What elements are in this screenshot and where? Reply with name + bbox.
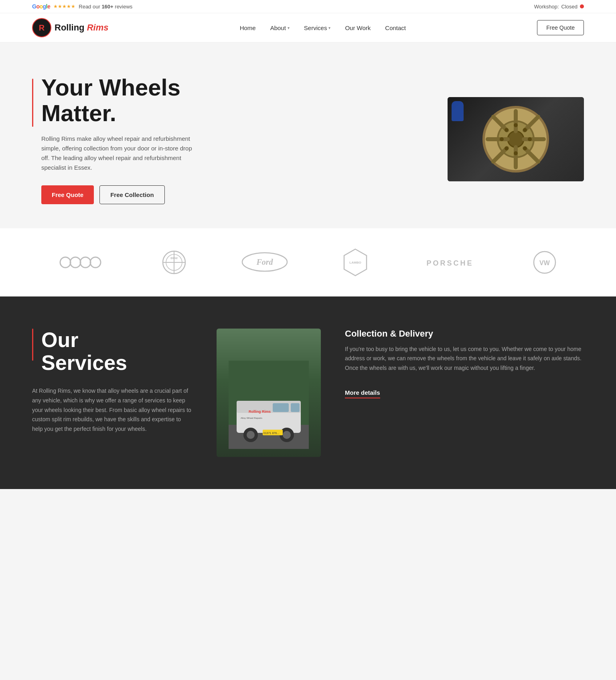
logo-icon: R <box>32 18 51 37</box>
svg-rect-39 <box>273 403 289 412</box>
workshop-status: Workshop: Closed <box>534 4 584 10</box>
hero-section: Your Wheels Matter. Rolling Rims make al… <box>0 43 616 228</box>
brand-bmw: BMW <box>162 250 186 274</box>
services-van-image: Rolling Rims Alloy Wheel Repairs 01371 8… <box>217 329 321 457</box>
nav-free-quote-button[interactable]: Free Quote <box>537 20 584 35</box>
collection-title: Collection & Delivery <box>345 329 584 339</box>
services-right: Collection & Delivery If you're too busy… <box>345 329 584 398</box>
reviews-text: Read our 160+ reviews <box>79 4 132 10</box>
svg-point-15 <box>505 128 509 132</box>
free-quote-button[interactable]: Free Quote <box>41 185 94 204</box>
nav-contact[interactable]: Contact <box>385 24 406 31</box>
svg-point-19 <box>60 257 71 268</box>
van-placeholder: Rolling Rims Alloy Wheel Repairs 01371 8… <box>217 329 321 457</box>
services-title-wrap: Our Services <box>32 329 192 374</box>
svg-point-44 <box>283 431 291 439</box>
hero-accent-bar <box>32 79 33 127</box>
more-details-link[interactable]: More details <box>345 389 380 398</box>
van-image-container: Rolling Rims Alloy Wheel Repairs 01371 8… <box>217 329 321 457</box>
svg-text:LAMBO: LAMBO <box>349 261 361 264</box>
hero: Your Wheels Matter. Rolling Rims make al… <box>0 43 616 228</box>
workshop-label: Workshop: <box>534 4 559 10</box>
nav-about[interactable]: About ▾ <box>270 24 290 31</box>
brand-ford: Ford <box>241 251 289 273</box>
services-section: Our Services At Rolling Rims, we know th… <box>0 296 616 489</box>
svg-text:Alloy Wheel Repairs: Alloy Wheel Repairs <box>241 417 262 419</box>
nav-services[interactable]: Services ▾ <box>304 24 331 31</box>
svg-point-21 <box>80 257 91 268</box>
top-bar: Google ★★★★★ Read our 160+ reviews Works… <box>0 0 616 13</box>
nav-our-work[interactable]: Our Work <box>345 24 371 31</box>
svg-point-2 <box>508 131 524 147</box>
wheel-image-placeholder <box>448 97 584 181</box>
services-inner: Our Services At Rolling Rims, we know th… <box>32 329 584 457</box>
svg-point-13 <box>500 137 504 141</box>
svg-text:Rolling Rims: Rolling Rims <box>249 410 271 414</box>
services-left: Our Services At Rolling Rims, we know th… <box>32 329 192 434</box>
workshop-status-text: Closed <box>561 4 578 10</box>
svg-point-42 <box>247 431 255 439</box>
svg-point-14 <box>528 137 532 141</box>
services-description: At Rolling Rims, we know that alloy whee… <box>32 386 192 434</box>
status-indicator <box>580 4 584 8</box>
brands-section: BMW Ford LAMBO PORSCHE VW <box>0 228 616 296</box>
nav-links: Home About ▾ Services ▾ Our Work Contact <box>240 24 406 31</box>
logo[interactable]: R Rolling Rims <box>32 18 108 37</box>
glove-decoration <box>452 101 464 121</box>
brand-audi <box>59 252 107 272</box>
svg-point-20 <box>70 257 81 268</box>
brand-porsche: PORSCHE <box>422 254 478 270</box>
google-logo: Google <box>32 3 50 10</box>
svg-point-11 <box>514 123 518 127</box>
brand-name: Rolling Rims <box>55 22 108 33</box>
svg-rect-40 <box>291 403 300 412</box>
svg-text:PORSCHE: PORSCHE <box>426 259 473 267</box>
navbar: R Rolling Rims Home About ▾ Services ▾ O… <box>0 13 616 43</box>
hero-left: Your Wheels Matter. Rolling Rims make al… <box>41 75 241 204</box>
svg-text:BMW: BMW <box>170 257 178 260</box>
free-collection-button[interactable]: Free Collection <box>99 185 164 204</box>
collection-description: If you're too busy to bring the vehicle … <box>345 345 584 373</box>
brand-lamborghini: LAMBO <box>343 248 367 276</box>
google-reviews[interactable]: Google ★★★★★ Read our 160+ reviews <box>32 3 132 10</box>
svg-text:VW: VW <box>539 260 550 266</box>
svg-point-12 <box>514 151 518 155</box>
hero-wheel-image <box>448 97 584 181</box>
chevron-down-icon: ▾ <box>288 26 290 30</box>
svg-point-16 <box>523 146 527 150</box>
hero-description: Rolling Rims make alloy wheel repair and… <box>41 134 194 173</box>
svg-text:01371 876...: 01371 876... <box>263 432 279 434</box>
chevron-down-icon: ▾ <box>328 26 330 30</box>
hero-title: Your Wheels Matter. <box>41 75 241 126</box>
svg-text:Ford: Ford <box>256 258 273 266</box>
star-rating: ★★★★★ <box>53 4 75 9</box>
wheel-svg <box>480 103 552 175</box>
nav-home[interactable]: Home <box>240 24 256 31</box>
svg-point-22 <box>90 257 101 268</box>
hero-buttons: Free Quote Free Collection <box>41 185 241 204</box>
services-title: Our Services <box>41 329 127 374</box>
svg-point-18 <box>505 146 509 150</box>
brand-vw: VW <box>533 250 557 274</box>
svg-point-17 <box>523 128 527 132</box>
services-accent-bar <box>32 329 33 361</box>
